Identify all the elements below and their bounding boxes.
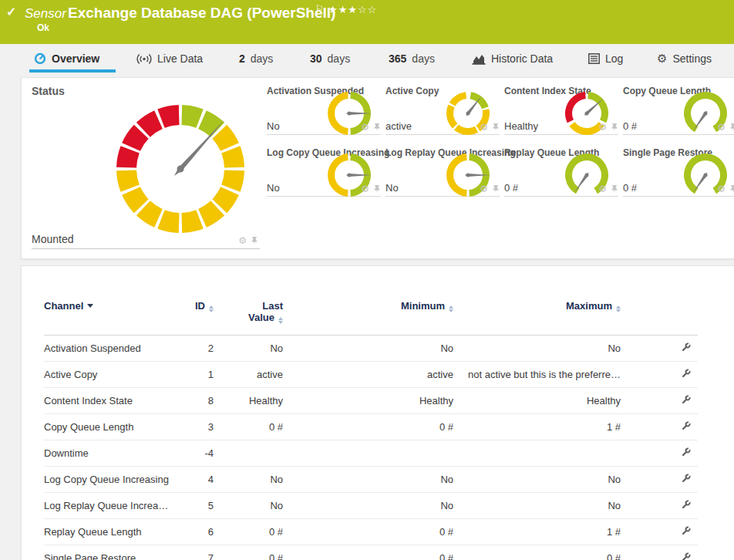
channel-maximum: Healthy: [453, 388, 621, 414]
gauge-settings-gear-icon[interactable]: ⚙: [480, 184, 488, 194]
tab-settings[interactable]: ⚙ Settings: [657, 52, 712, 65]
log-list-icon: [588, 53, 600, 64]
tab-365-days-label: days: [412, 52, 435, 65]
channel-id: 7: [190, 545, 214, 560]
edit-channel-wrench-icon[interactable]: [680, 368, 692, 382]
table-row[interactable]: Downtime -4: [44, 440, 698, 467]
channel-minimum: active: [283, 362, 453, 388]
channel-minimum: 0 #: [283, 519, 453, 545]
edit-channel-wrench-icon[interactable]: [680, 342, 692, 356]
channel-maximum: 1 #: [453, 519, 621, 545]
tab-live-data[interactable]: Live Data: [136, 52, 203, 65]
gauge-pin-icon[interactable]: [373, 123, 381, 132]
channel-tile-activation-suspended[interactable]: Activation Suspended No ⚙: [267, 86, 381, 135]
prtg-sensor-page: ✓ Sensor Exchange Database DAG (PowerShe…: [0, 0, 734, 560]
gauge-pin-icon[interactable]: [729, 123, 734, 132]
table-row[interactable]: Copy Queue Length 3 0 # 0 # 1 #: [44, 414, 698, 440]
table-row[interactable]: Log Copy Queue Increasing 4 No No No: [44, 467, 698, 493]
table-row[interactable]: Activation Suspended 2 No No No: [44, 336, 698, 362]
column-header-maximum[interactable]: Maximum: [453, 297, 621, 336]
channel-maximum: not active but this is the preferre…: [453, 362, 621, 388]
tab-2-days[interactable]: 2 days: [239, 52, 273, 65]
tab-bar: Overview Live Data 2 days 30 days 365 da…: [0, 46, 734, 76]
tile-value: No: [386, 182, 399, 194]
channel-id: 8: [190, 388, 214, 414]
channel-id: 4: [190, 467, 214, 493]
overview-gauges-panel: Status Mounted ⚙ Activation Suspended No…: [21, 77, 734, 259]
channel-last-value: No: [214, 467, 283, 493]
table-row[interactable]: Content Index State 8 Healthy Healthy He…: [44, 388, 698, 414]
edit-channel-wrench-icon[interactable]: [680, 420, 692, 434]
channel-tile-replay-queue-length[interactable]: Replay Queue Length 0 # ⚙: [504, 147, 618, 197]
edit-channel-wrench-icon[interactable]: [680, 473, 692, 487]
channel-minimum: 0 #: [283, 545, 453, 560]
channel-tile-single-page-restore[interactable]: Single Page Restore 0 # ⚙: [623, 147, 734, 197]
tab-live-data-label: Live Data: [157, 52, 203, 65]
tile-value: active: [386, 120, 412, 132]
table-row[interactable]: Single Page Restore 7 0 # 0 # 0 #: [44, 545, 698, 560]
channel-tile-log-replay-queue-increasing[interactable]: Log Replay Queue Increasing No ⚙: [386, 147, 500, 197]
edit-channel-wrench-icon[interactable]: [680, 525, 692, 539]
tab-365-days[interactable]: 365 days: [389, 52, 435, 65]
priority-stars[interactable]: ★★★☆☆: [328, 4, 377, 15]
channel-tile-content-index-state[interactable]: Content Index State Healthy ⚙: [504, 86, 618, 135]
edit-channel-wrench-icon[interactable]: [680, 499, 692, 513]
column-header-id[interactable]: ID: [190, 297, 214, 336]
favorite-flag-icon[interactable]: ⚐: [315, 3, 324, 14]
channel-minimum: No: [283, 336, 453, 362]
tab-historic-data[interactable]: Historic Data: [472, 52, 553, 65]
channel-name: Copy Queue Length: [44, 414, 190, 440]
column-header-last-value[interactable]: LastValue: [214, 297, 283, 336]
sort-desc-icon: [87, 304, 93, 308]
tab-log[interactable]: Log: [588, 52, 623, 65]
gauge-settings-gear-icon[interactable]: ⚙: [598, 123, 607, 132]
table-row[interactable]: Active Copy 1 active active not active b…: [44, 362, 698, 388]
tab-overview[interactable]: Overview: [34, 52, 99, 65]
column-header-minimum[interactable]: Minimum: [283, 297, 453, 336]
channel-minimum: No: [283, 467, 453, 493]
channel-maximum: [453, 440, 621, 467]
table-row[interactable]: Log Replay Queue Increa… 5 No No No: [44, 493, 698, 519]
gauge-pin-icon[interactable]: [251, 237, 258, 245]
primary-channel-block[interactable]: Status Mounted ⚙: [32, 85, 260, 249]
gauge-settings-gear-icon[interactable]: ⚙: [361, 123, 369, 132]
gauge-settings-gear-icon[interactable]: ⚙: [598, 184, 607, 194]
gauge-pin-icon[interactable]: [611, 123, 618, 132]
channel-minimum: Healthy: [283, 388, 453, 414]
gauge-settings-gear-icon[interactable]: ⚙: [717, 184, 726, 194]
gauge-pin-icon[interactable]: [492, 185, 500, 194]
tab-30-days[interactable]: 30 days: [310, 52, 350, 65]
edit-channel-wrench-icon[interactable]: [680, 552, 692, 560]
gauge-pin-icon[interactable]: [373, 185, 381, 194]
gauge-actions: ⚙: [361, 123, 381, 132]
object-type-label: Sensor: [25, 6, 66, 22]
gauge-settings-gear-icon[interactable]: ⚙: [361, 184, 369, 194]
channel-tile-copy-queue-length[interactable]: Copy Queue Length 0 # ⚙: [623, 86, 734, 135]
channel-name: Single Page Restore: [44, 545, 190, 560]
edit-channel-wrench-icon[interactable]: [680, 394, 692, 408]
column-header-channel[interactable]: Channel: [44, 297, 190, 336]
gauge-pin-icon[interactable]: [729, 185, 734, 194]
channel-id: 6: [190, 519, 214, 545]
gauge-settings-gear-icon[interactable]: ⚙: [238, 236, 247, 245]
gauge-settings-gear-icon[interactable]: ⚙: [717, 123, 726, 132]
tab-settings-label: Settings: [672, 52, 712, 65]
tile-value: 0 #: [623, 182, 637, 194]
channel-last-value: 0 #: [214, 519, 283, 545]
tile-value: No: [267, 182, 280, 194]
gauge-pin-icon[interactable]: [492, 123, 500, 132]
table-row[interactable]: Replay Queue Length 6 0 # 0 # 1 #: [44, 519, 698, 545]
gauge-pin-icon[interactable]: [611, 185, 618, 194]
gauge-settings-gear-icon[interactable]: ⚙: [480, 123, 488, 132]
edit-channel-wrench-icon[interactable]: [680, 447, 692, 460]
channel-tile-active-copy[interactable]: Active Copy active ⚙: [386, 86, 500, 135]
gauge-actions: ⚙: [717, 123, 734, 132]
channel-last-value: No: [214, 493, 283, 519]
channel-id: -4: [190, 440, 214, 467]
channel-table: Channel ID LastValue Minimum Maximum Act…: [44, 297, 698, 560]
tab-log-label: Log: [605, 52, 623, 65]
column-header-actions: [621, 297, 698, 336]
gauge-actions: ⚙: [361, 184, 381, 194]
channel-tile-log-copy-queue-increasing[interactable]: Log Copy Queue Increasing No ⚙: [267, 147, 381, 197]
tab-overview-label: Overview: [52, 52, 99, 65]
